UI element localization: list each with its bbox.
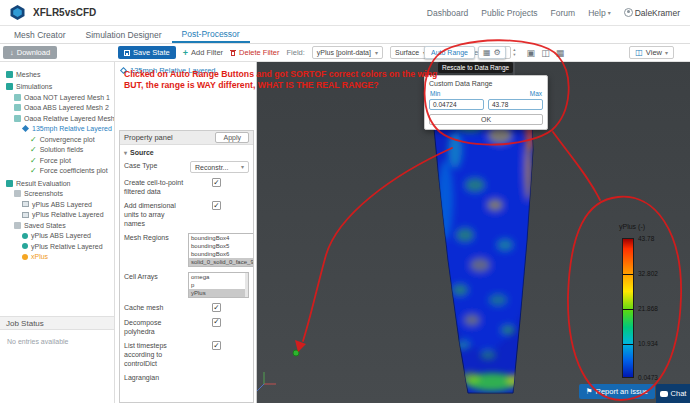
- toolbar: ↓ Download Save State + Add Filter Delet…: [0, 44, 690, 62]
- sidebar-item-saved-state[interactable]: yPlus Relative Layered: [6, 241, 114, 252]
- result-evaluation-icon: [6, 180, 13, 187]
- sidebar-item-solution-fields[interactable]: ✓ Solution fields: [6, 145, 114, 156]
- filter-panel: 135mph Relative Layered Property panel A…: [115, 62, 257, 403]
- sidebar-item-force-plot[interactable]: ✓ Force plot: [6, 155, 114, 166]
- saved-state-icon: [22, 233, 28, 239]
- sidebar-item-screenshot[interactable]: yPlus Relative Layered: [6, 210, 114, 221]
- folder-icon: [14, 190, 21, 197]
- sidebar-item-simulation[interactable]: Oaoa NOT Layered Mesh 1: [6, 92, 114, 103]
- nav-dashboard[interactable]: Dashboard: [427, 8, 469, 18]
- legend-tick-line: [623, 309, 633, 310]
- cell-to-point-checkbox[interactable]: ✓: [212, 178, 221, 187]
- property-panel-title: Property panel: [124, 133, 173, 142]
- field-label: Field:: [287, 48, 305, 57]
- field-select[interactable]: yPlus [point-data] ▾: [312, 46, 383, 59]
- mesh-regions-list[interactable]: boundingBox4 boundingBox5 boundingBox6 s…: [188, 233, 254, 267]
- probe-point[interactable]: [293, 350, 299, 356]
- sidebar-item-saved-states[interactable]: Saved States: [6, 220, 114, 231]
- chevron-down-icon: ▾: [241, 164, 244, 170]
- max-label: Max: [530, 90, 542, 97]
- app-header: XFLR5vsCFD Dashboard Public Projects For…: [0, 0, 690, 26]
- header-nav: Dashboard Public Projects Forum Help ▾ D…: [427, 8, 680, 18]
- color-legend-bar[interactable]: [622, 238, 634, 378]
- cell-arrays-label: Cell Arrays: [124, 272, 184, 281]
- add-filter-button[interactable]: + Add Filter: [183, 48, 223, 58]
- sidebar-item-simulation[interactable]: Oaoa Relative Layered Mesh-3: [6, 113, 114, 124]
- chevron-down-icon: ▾: [608, 10, 611, 16]
- decompose-polyhedra-label: Decompose polyhedra: [124, 318, 184, 336]
- sidebar-item-convergence-plot[interactable]: ✓ Convergence plot: [6, 134, 114, 145]
- nav-help[interactable]: Help ▾: [588, 8, 611, 18]
- legend-tick-label: 10.934: [638, 340, 658, 347]
- chevron-down-icon: ▾: [124, 150, 127, 156]
- min-label: Min: [430, 90, 440, 97]
- chat-bubble-icon: [660, 391, 668, 397]
- sidebar-item-simulations[interactable]: Simulations: [6, 82, 114, 93]
- cache-mesh-label: Cache mesh: [124, 303, 184, 312]
- grid-view-icon[interactable]: ▦: [556, 48, 565, 58]
- dimensional-units-label: Add dimensional units to array names: [124, 201, 184, 228]
- decompose-polyhedra-checkbox[interactable]: ✓: [212, 318, 221, 327]
- trash-icon: [230, 49, 236, 56]
- sidebar-item-screenshots[interactable]: Screenshots: [6, 189, 114, 200]
- cell-arrays-list[interactable]: omega p yPlus: [188, 272, 249, 298]
- cell-to-point-label: Create cell-to-point filtered data: [124, 178, 184, 196]
- case-type-select[interactable]: Reconstr... ▾: [190, 161, 249, 173]
- ok-button[interactable]: OK: [429, 114, 543, 125]
- max-value-input[interactable]: 43.78: [488, 99, 543, 110]
- tab-post-processor[interactable]: Post-Processor: [172, 26, 250, 43]
- list-item-selected[interactable]: solid_0_solid_0_face_9: [189, 258, 254, 266]
- simscale-logo: [10, 5, 25, 20]
- apply-button[interactable]: Apply: [215, 132, 249, 143]
- min-value-input[interactable]: 0.04724: [429, 99, 484, 110]
- simulation-icon: [14, 94, 21, 101]
- settings-gear-icon[interactable]: ⚙: [494, 48, 501, 57]
- nav-forum[interactable]: Forum: [551, 8, 576, 18]
- nav-public-projects[interactable]: Public Projects: [481, 8, 537, 18]
- cache-mesh-checkbox[interactable]: ✓: [212, 303, 221, 312]
- list-item[interactable]: omega: [189, 273, 248, 281]
- image-icon: [22, 201, 29, 207]
- chat-button[interactable]: Chat: [656, 384, 690, 403]
- list-timesteps-checkbox[interactable]: ✓: [212, 341, 221, 350]
- sidebar-item-meshes[interactable]: Meshes: [6, 69, 114, 80]
- user-menu[interactable]: DaleKramer: [624, 8, 680, 18]
- simulation-icon: [14, 104, 21, 111]
- list-item[interactable]: boundingBox4: [189, 234, 254, 242]
- report-issue-button[interactable]: ⚑ Report an issue: [579, 384, 655, 399]
- property-panel: Property panel Apply ▾ Source Case Type …: [119, 130, 254, 403]
- sidebar-item-force-coefficients-plot[interactable]: ✓ Force coefficients plot: [6, 166, 114, 177]
- legend-title: yPlus (-): [619, 223, 645, 230]
- sidebar-item-saved-state[interactable]: yPlus ABS Layered: [6, 231, 114, 242]
- plus-icon: +: [183, 48, 188, 58]
- sidebar-item-simulation[interactable]: Oaoa ABS Layered Mesh 2: [6, 103, 114, 114]
- download-button[interactable]: ↓ Download: [3, 46, 57, 59]
- post-processor-viewport: 135mph Relative Layered Property panel A…: [115, 62, 690, 403]
- view-icon: ◫: [635, 48, 643, 57]
- dimensional-units-checkbox[interactable]: ✓: [212, 201, 221, 210]
- saved-state-icon: [22, 243, 28, 249]
- sidebar-item-result-evaluation[interactable]: Result Evaluation: [6, 178, 114, 189]
- case-type-label: Case Type: [124, 161, 184, 170]
- list-item[interactable]: boundingBox5: [189, 242, 254, 250]
- list-item[interactable]: p: [189, 281, 248, 289]
- source-section-header[interactable]: ▾ Source: [120, 145, 253, 158]
- save-icon: [124, 50, 130, 56]
- list-item-selected[interactable]: yPlus: [189, 289, 248, 297]
- delete-filter-button[interactable]: Delete Filter: [230, 48, 279, 57]
- sidebar-item-xplus[interactable]: xPlus: [6, 252, 114, 263]
- meshes-icon: [6, 71, 13, 78]
- tab-mesh-creator[interactable]: Mesh Creator: [4, 26, 76, 43]
- view-button[interactable]: ◫ View ▾: [629, 46, 674, 59]
- rescale-icon[interactable]: ▦: [483, 48, 491, 57]
- list-item[interactable]: boundingBox6: [189, 250, 254, 258]
- check-icon: ✓: [30, 136, 37, 143]
- tab-simulation-designer[interactable]: Simulation Designer: [76, 26, 172, 43]
- auto-range-button[interactable]: Auto Range: [424, 46, 475, 59]
- sidebar-item-run[interactable]: 135mph Relative Layered: [6, 124, 114, 135]
- saved-state-icon: [22, 254, 28, 260]
- save-state-button[interactable]: Save State: [118, 46, 176, 59]
- simulations-icon: [6, 83, 13, 90]
- sidebar-item-screenshot[interactable]: yPlus ABS Layered: [6, 199, 114, 210]
- legend-tick-line: [623, 274, 633, 275]
